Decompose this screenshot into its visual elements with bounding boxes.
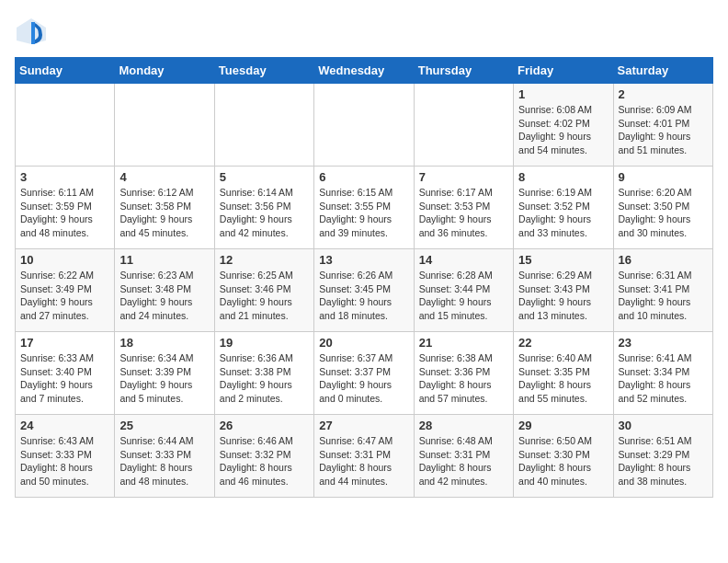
calendar-cell [414, 84, 513, 167]
logo [15, 15, 51, 48]
calendar-cell: 21Sunrise: 6:38 AM Sunset: 3:36 PM Dayli… [414, 332, 513, 415]
calendar-cell: 12Sunrise: 6:25 AM Sunset: 3:46 PM Dayli… [214, 249, 313, 332]
day-number: 14 [419, 253, 508, 267]
calendar-cell: 3Sunrise: 6:11 AM Sunset: 3:59 PM Daylig… [16, 167, 115, 249]
day-number: 9 [619, 170, 708, 184]
calendar-cell: 18Sunrise: 6:34 AM Sunset: 3:39 PM Dayli… [115, 332, 214, 415]
day-info: Sunrise: 6:37 AM Sunset: 3:37 PM Dayligh… [319, 351, 408, 406]
day-number: 28 [419, 419, 508, 432]
day-number: 11 [119, 253, 209, 267]
day-number: 20 [319, 336, 408, 350]
calendar-cell: 25Sunrise: 6:44 AM Sunset: 3:33 PM Dayli… [115, 415, 214, 498]
calendar-cell [314, 84, 414, 167]
calendar-cell: 28Sunrise: 6:48 AM Sunset: 3:31 PM Dayli… [414, 415, 513, 498]
calendar-cell: 13Sunrise: 6:26 AM Sunset: 3:45 PM Dayli… [314, 249, 414, 332]
day-number: 12 [220, 253, 309, 267]
day-number: 10 [20, 253, 109, 267]
weekday-header-sunday: Sunday [16, 58, 115, 84]
calendar-cell [16, 84, 115, 167]
day-number: 24 [20, 419, 109, 432]
calendar-cell: 30Sunrise: 6:51 AM Sunset: 3:29 PM Dayli… [613, 415, 712, 498]
day-info: Sunrise: 6:28 AM Sunset: 3:44 PM Dayligh… [419, 269, 508, 323]
day-number: 8 [518, 170, 608, 184]
weekday-header-row: SundayMondayTuesdayWednesdayThursdayFrid… [16, 58, 713, 84]
day-number: 25 [119, 419, 209, 432]
day-number: 27 [319, 419, 408, 432]
calendar-cell: 26Sunrise: 6:46 AM Sunset: 3:32 PM Dayli… [214, 415, 313, 498]
calendar-cell: 4Sunrise: 6:12 AM Sunset: 3:58 PM Daylig… [115, 167, 214, 249]
day-number: 3 [20, 170, 109, 184]
calendar-cell: 11Sunrise: 6:23 AM Sunset: 3:48 PM Dayli… [115, 249, 214, 332]
day-info: Sunrise: 6:40 AM Sunset: 3:35 PM Dayligh… [518, 351, 608, 406]
logo-icon [15, 15, 48, 48]
day-number: 6 [319, 170, 408, 184]
calendar-cell: 15Sunrise: 6:29 AM Sunset: 3:43 PM Dayli… [514, 249, 613, 332]
day-number: 22 [518, 336, 608, 350]
day-info: Sunrise: 6:38 AM Sunset: 3:36 PM Dayligh… [419, 351, 508, 406]
calendar-cell [214, 84, 313, 167]
day-info: Sunrise: 6:47 AM Sunset: 3:31 PM Dayligh… [319, 434, 408, 488]
weekday-header-tuesday: Tuesday [214, 58, 313, 84]
day-info: Sunrise: 6:43 AM Sunset: 3:33 PM Dayligh… [20, 434, 109, 488]
day-number: 7 [419, 170, 508, 184]
calendar-cell: 17Sunrise: 6:33 AM Sunset: 3:40 PM Dayli… [16, 332, 115, 415]
calendar-cell [115, 84, 214, 167]
calendar-cell: 8Sunrise: 6:19 AM Sunset: 3:52 PM Daylig… [514, 167, 613, 249]
day-number: 2 [619, 87, 708, 101]
calendar-cell: 6Sunrise: 6:15 AM Sunset: 3:55 PM Daylig… [314, 167, 414, 249]
day-number: 4 [119, 170, 209, 184]
weekday-header-friday: Friday [514, 58, 613, 84]
day-number: 1 [518, 87, 608, 101]
calendar-cell: 5Sunrise: 6:14 AM Sunset: 3:56 PM Daylig… [214, 167, 313, 249]
weekday-header-wednesday: Wednesday [314, 58, 414, 84]
day-info: Sunrise: 6:23 AM Sunset: 3:48 PM Dayligh… [119, 269, 209, 323]
day-info: Sunrise: 6:50 AM Sunset: 3:30 PM Dayligh… [518, 434, 608, 488]
calendar-cell: 24Sunrise: 6:43 AM Sunset: 3:33 PM Dayli… [16, 415, 115, 498]
calendar-cell: 22Sunrise: 6:40 AM Sunset: 3:35 PM Dayli… [514, 332, 613, 415]
day-info: Sunrise: 6:48 AM Sunset: 3:31 PM Dayligh… [419, 434, 508, 488]
day-number: 21 [419, 336, 508, 350]
calendar-week-row: 3Sunrise: 6:11 AM Sunset: 3:59 PM Daylig… [16, 167, 713, 249]
weekday-header-thursday: Thursday [414, 58, 513, 84]
day-number: 13 [319, 253, 408, 267]
day-info: Sunrise: 6:09 AM Sunset: 4:01 PM Dayligh… [619, 103, 708, 157]
calendar-cell: 20Sunrise: 6:37 AM Sunset: 3:37 PM Dayli… [314, 332, 414, 415]
calendar-cell: 16Sunrise: 6:31 AM Sunset: 3:41 PM Dayli… [613, 249, 712, 332]
day-info: Sunrise: 6:17 AM Sunset: 3:53 PM Dayligh… [419, 186, 508, 240]
day-number: 29 [518, 419, 608, 432]
day-number: 18 [119, 336, 209, 350]
calendar-cell: 2Sunrise: 6:09 AM Sunset: 4:01 PM Daylig… [613, 84, 712, 167]
day-info: Sunrise: 6:15 AM Sunset: 3:55 PM Dayligh… [319, 186, 408, 240]
day-info: Sunrise: 6:08 AM Sunset: 4:02 PM Dayligh… [518, 103, 608, 157]
day-info: Sunrise: 6:11 AM Sunset: 3:59 PM Dayligh… [20, 186, 109, 240]
calendar-table: SundayMondayTuesdayWednesdayThursdayFrid… [15, 57, 713, 498]
day-number: 23 [619, 336, 708, 350]
day-number: 5 [220, 170, 309, 184]
day-info: Sunrise: 6:22 AM Sunset: 3:49 PM Dayligh… [20, 269, 109, 323]
day-number: 16 [619, 253, 708, 267]
weekday-header-monday: Monday [115, 58, 214, 84]
calendar-cell: 23Sunrise: 6:41 AM Sunset: 3:34 PM Dayli… [613, 332, 712, 415]
day-number: 19 [220, 336, 309, 350]
day-info: Sunrise: 6:33 AM Sunset: 3:40 PM Dayligh… [20, 351, 109, 406]
calendar-week-row: 24Sunrise: 6:43 AM Sunset: 3:33 PM Dayli… [16, 415, 713, 498]
calendar-week-row: 17Sunrise: 6:33 AM Sunset: 3:40 PM Dayli… [16, 332, 713, 415]
day-info: Sunrise: 6:12 AM Sunset: 3:58 PM Dayligh… [119, 186, 209, 240]
day-number: 26 [220, 419, 309, 432]
day-number: 15 [518, 253, 608, 267]
day-info: Sunrise: 6:26 AM Sunset: 3:45 PM Dayligh… [319, 269, 408, 323]
day-info: Sunrise: 6:20 AM Sunset: 3:50 PM Dayligh… [619, 186, 708, 240]
day-info: Sunrise: 6:29 AM Sunset: 3:43 PM Dayligh… [518, 269, 608, 323]
calendar-cell: 9Sunrise: 6:20 AM Sunset: 3:50 PM Daylig… [613, 167, 712, 249]
calendar-cell: 14Sunrise: 6:28 AM Sunset: 3:44 PM Dayli… [414, 249, 513, 332]
day-number: 17 [20, 336, 109, 350]
calendar-cell: 19Sunrise: 6:36 AM Sunset: 3:38 PM Dayli… [214, 332, 313, 415]
day-info: Sunrise: 6:14 AM Sunset: 3:56 PM Dayligh… [220, 186, 309, 240]
calendar-cell: 10Sunrise: 6:22 AM Sunset: 3:49 PM Dayli… [16, 249, 115, 332]
day-info: Sunrise: 6:51 AM Sunset: 3:29 PM Dayligh… [619, 434, 708, 488]
day-info: Sunrise: 6:19 AM Sunset: 3:52 PM Dayligh… [518, 186, 608, 240]
calendar-cell: 29Sunrise: 6:50 AM Sunset: 3:30 PM Dayli… [514, 415, 613, 498]
calendar-cell: 27Sunrise: 6:47 AM Sunset: 3:31 PM Dayli… [314, 415, 414, 498]
calendar-cell: 1Sunrise: 6:08 AM Sunset: 4:02 PM Daylig… [514, 84, 613, 167]
day-info: Sunrise: 6:41 AM Sunset: 3:34 PM Dayligh… [619, 351, 708, 406]
